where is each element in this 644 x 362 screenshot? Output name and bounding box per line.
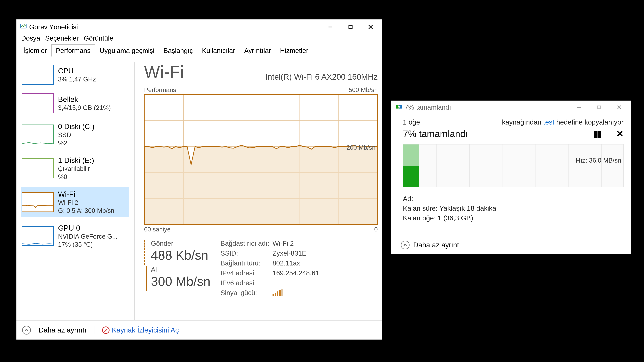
cpu-title: CPU bbox=[58, 66, 96, 75]
svg-rect-2 bbox=[349, 25, 352, 29]
pause-button[interactable]: ▮▮ bbox=[593, 129, 601, 139]
ipv4-value: 169.254.248.61 bbox=[272, 269, 319, 277]
sidebar-item-disk0[interactable]: 0 Diski (C:) SSD %2 bbox=[21, 119, 129, 150]
copy-time-left: Kalan süre: Yaklaşık 18 dakika bbox=[403, 204, 624, 213]
recv-value: 300 Mb/sn bbox=[151, 274, 210, 289]
chevron-up-icon[interactable] bbox=[22, 326, 31, 335]
conn-label: Bağlantı türü: bbox=[220, 259, 272, 267]
tab-app-history[interactable]: Uygulama geçmişi bbox=[95, 44, 159, 57]
memory-sub: 3,4/15,9 GB (21%) bbox=[58, 104, 111, 112]
disk0-thumb bbox=[22, 124, 54, 144]
chart-200-label: 200 Mb/sn bbox=[346, 144, 376, 151]
send-label: Gönder bbox=[151, 240, 210, 247]
disk1-thumb bbox=[22, 158, 54, 178]
window-title: Görev Yöneticisi bbox=[29, 23, 78, 31]
copy-name-label: Ad: bbox=[403, 195, 413, 203]
sidebar-item-wifi[interactable]: Wi-Fi Wi-Fi 2 G: 0,5 A: 300 Mb/sn bbox=[21, 187, 129, 217]
cpu-sub: 3% 1,47 GHz bbox=[58, 75, 96, 83]
gpu-sub: NVIDIA GeForce G... bbox=[58, 233, 118, 241]
signal-label: Sinyal gücü: bbox=[220, 289, 272, 297]
perf-panel: Wi-Fi Intel(R) Wi-Fi 6 AX200 160MHz Perf… bbox=[135, 62, 378, 320]
copy-close-button[interactable] bbox=[609, 100, 629, 114]
ipv6-label: IPv6 adresi: bbox=[220, 279, 272, 287]
stat-send: Gönder 488 Kb/sn Al 300 Mb/sn bbox=[144, 240, 210, 297]
disk0-title: 0 Diski (C:) bbox=[58, 122, 94, 131]
menu-file[interactable]: Dosya bbox=[21, 34, 40, 42]
copy-src-suffix: hedefine kopyalanıyor bbox=[554, 118, 624, 126]
panel-device: Intel(R) Wi-Fi 6 AX200 160MHz bbox=[265, 72, 378, 81]
tab-startup[interactable]: Başlangıç bbox=[159, 44, 198, 57]
copy-items-left: Kalan öğe: 1 (36,3 GB) bbox=[403, 213, 624, 223]
panel-title: Wi-Fi bbox=[144, 62, 184, 81]
wifi-thumb bbox=[22, 192, 54, 212]
cpu-thumb bbox=[22, 65, 54, 85]
disk0-sub: SSD bbox=[58, 131, 94, 139]
chart-ymax: 500 Mb/sn bbox=[349, 86, 378, 93]
copy-src-dest: kaynağından test hedefine kopyalanıyor bbox=[502, 118, 624, 126]
close-button[interactable] bbox=[360, 20, 381, 34]
sidebar-item-disk1[interactable]: 1 Diski (E:) Çıkarılabilir %0 bbox=[21, 153, 129, 184]
menu-options[interactable]: Seçenekler bbox=[45, 34, 79, 42]
disk1-title: 1 Diski (E:) bbox=[58, 156, 94, 165]
adapter-value: Wi-Fi 2 bbox=[272, 240, 319, 247]
copy-src-prefix: kaynağından bbox=[502, 118, 543, 126]
tab-performance[interactable]: Performans bbox=[51, 44, 95, 57]
wifi-chart: 200 Mb/sn bbox=[144, 94, 378, 225]
menu-view[interactable]: Görüntüle bbox=[84, 34, 113, 42]
disk1-sub2: %0 bbox=[58, 173, 94, 181]
copy-speed-label: Hız: 36,0 MB/sn bbox=[576, 157, 621, 164]
gpu-sub2: 17% (35 °C) bbox=[58, 241, 118, 249]
adapter-label: Bağdaştırıcı adı: bbox=[220, 240, 272, 247]
resmon-icon bbox=[102, 327, 110, 334]
disk1-sub: Çıkarılabilir bbox=[58, 165, 94, 173]
task-manager-window: Görev Yöneticisi Dosya Seçenekler Görünt… bbox=[16, 19, 382, 340]
signal-icon bbox=[272, 289, 319, 297]
wifi-sub: Wi-Fi 2 bbox=[58, 199, 114, 207]
ssid-label: SSID: bbox=[220, 250, 272, 257]
tab-bar: İşlemler Performans Uygulama geçmişi Baş… bbox=[16, 43, 382, 57]
ssid-value: Zyxel-831E bbox=[272, 250, 319, 257]
copy-progress-top bbox=[403, 144, 418, 166]
perf-sidebar: CPU 3% 1,47 GHz Bellek 3,4/15,9 GB (21%)… bbox=[21, 62, 135, 320]
copy-progress-bot bbox=[403, 166, 418, 187]
menu-bar: Dosya Seçenekler Görüntüle bbox=[16, 34, 382, 43]
details-grid: Bağdaştırıcı adı: Wi-Fi 2 SSID: Zyxel-83… bbox=[220, 240, 319, 297]
cancel-button[interactable]: ✕ bbox=[616, 129, 624, 139]
fewer-details-button[interactable]: Daha az ayrıntı bbox=[38, 326, 86, 334]
copy-footer: Daha az ayrıntı bbox=[391, 236, 630, 254]
copy-progress-title: 7% tamamlandı bbox=[403, 128, 468, 139]
open-resmon-button[interactable]: Kaynak İzleyicisini Aç bbox=[102, 326, 179, 334]
open-resmon-label: Kaynak İzleyicisini Aç bbox=[112, 326, 179, 334]
send-value: 488 Kb/sn bbox=[151, 248, 210, 263]
copy-dialog: 7% tamamlandı 1 öğe kaynağından test hed… bbox=[391, 100, 630, 254]
chevron-up-icon[interactable] bbox=[401, 241, 410, 249]
sidebar-item-cpu[interactable]: CPU 3% 1,47 GHz bbox=[21, 62, 129, 87]
ipv4-label: IPv4 adresi: bbox=[220, 269, 272, 277]
conn-value: 802.11ax bbox=[272, 259, 319, 267]
copy-fewer-details-button[interactable]: Daha az ayrıntı bbox=[413, 241, 461, 249]
tab-processes[interactable]: İşlemler bbox=[19, 44, 51, 57]
copy-minimize-button[interactable] bbox=[569, 100, 589, 114]
copy-title: 7% tamamlandı bbox=[404, 104, 451, 111]
copy-maximize-button[interactable] bbox=[589, 100, 609, 114]
sidebar-item-memory[interactable]: Bellek 3,4/15,9 GB (21%) bbox=[21, 91, 129, 116]
tab-users[interactable]: Kullanıcılar bbox=[198, 44, 240, 57]
sidebar-item-gpu[interactable]: GPU 0 NVIDIA GeForce G... 17% (35 °C) bbox=[21, 221, 129, 251]
tab-services[interactable]: Hizmetler bbox=[276, 44, 313, 57]
gpu-thumb bbox=[22, 226, 54, 246]
minimize-button[interactable] bbox=[320, 20, 340, 34]
footer: Daha az ayrıntı Kaynak İzleyicisini Aç bbox=[16, 320, 382, 340]
recv-label: Al bbox=[151, 266, 210, 273]
memory-title: Bellek bbox=[58, 95, 111, 104]
tab-details[interactable]: Ayrıntılar bbox=[240, 44, 276, 57]
svg-rect-17 bbox=[598, 106, 600, 109]
maximize-button[interactable] bbox=[340, 20, 360, 34]
chart-xleft: 60 saniye bbox=[144, 226, 170, 233]
disk0-sub2: %2 bbox=[58, 139, 94, 147]
chart-xright: 0 bbox=[374, 226, 378, 233]
wifi-sub2: G: 0,5 A: 300 Mb/sn bbox=[58, 207, 114, 215]
app-icon bbox=[20, 23, 27, 31]
copy-src-link[interactable]: test bbox=[543, 118, 554, 126]
chart-caption: Performans bbox=[144, 86, 176, 93]
copy-app-icon bbox=[396, 104, 402, 111]
